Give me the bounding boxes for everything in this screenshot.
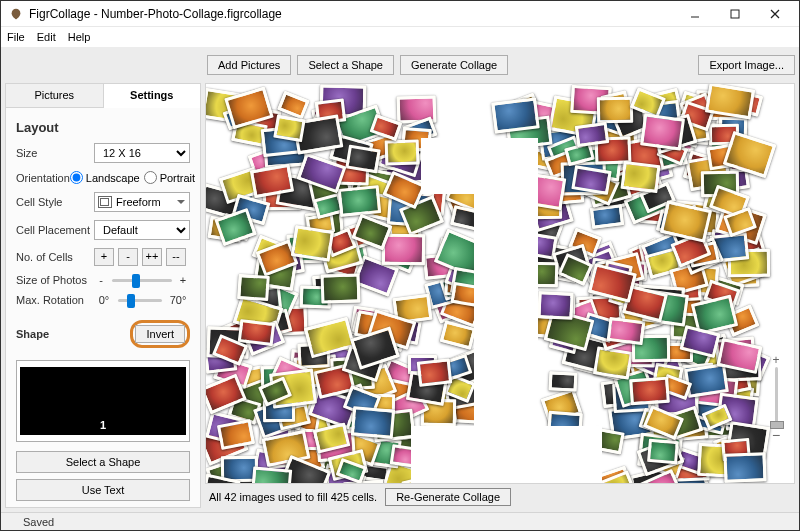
collage-tile [238, 319, 275, 346]
orientation-landscape-radio[interactable]: Landscape [70, 171, 140, 184]
use-text-button[interactable]: Use Text [16, 479, 190, 501]
max-rotation-slider[interactable] [118, 299, 162, 302]
collage-tile [640, 114, 685, 152]
orientation-label: Orientation [16, 172, 70, 184]
cell-style-select[interactable]: Freeform [94, 192, 190, 212]
export-image-button[interactable]: Export Image... [698, 55, 795, 75]
collage-tile [217, 419, 255, 450]
collage-tile [606, 317, 645, 346]
menu-edit[interactable]: Edit [37, 31, 56, 43]
size-select[interactable]: 12 X 16 [94, 143, 190, 163]
size-photos-slider[interactable] [112, 279, 172, 282]
layout-header: Layout [16, 120, 190, 135]
size-photos-min: - [94, 274, 108, 286]
select-shape-button[interactable]: Select a Shape [16, 451, 190, 473]
collage-tile [597, 96, 633, 122]
max-rotation-label: Max. Rotation [16, 294, 94, 306]
collage-tile [723, 452, 767, 483]
collage-tile [381, 234, 425, 265]
close-button[interactable] [755, 1, 795, 27]
menu-help[interactable]: Help [68, 31, 91, 43]
window-title: FigrCollage - Number-Photo-Collage.figrc… [29, 7, 675, 21]
collage-tile [416, 359, 452, 387]
generate-collage-button[interactable]: Generate Collage [400, 55, 508, 75]
menubar: File Edit Help [1, 27, 799, 47]
invert-button[interactable]: Invert [135, 325, 185, 343]
collage-tile [537, 291, 574, 320]
collage-tile [589, 204, 623, 229]
regenerate-collage-button[interactable]: Re-Generate Collage [385, 488, 511, 506]
collage-tile [273, 114, 306, 141]
invert-highlight: Invert [130, 320, 190, 348]
size-photos-max: + [176, 274, 190, 286]
left-panel: Pictures Settings Layout Size 12 X 16 Or… [5, 83, 201, 508]
zoom-minus-icon: − [772, 427, 780, 443]
cells-plus-button[interactable]: + [94, 248, 114, 266]
client-area: Add Pictures Select a Shape Generate Col… [1, 47, 799, 512]
zoom-slider[interactable]: + − [768, 353, 784, 443]
cells-minus-button[interactable]: - [118, 248, 138, 266]
minimize-button[interactable] [675, 1, 715, 27]
shape-cutout [421, 138, 495, 194]
shape-cutout [411, 426, 602, 484]
collage-tile [491, 98, 539, 134]
tab-pictures[interactable]: Pictures [6, 84, 104, 107]
shape-header: Shape [16, 328, 49, 340]
menu-file[interactable]: File [7, 31, 25, 43]
statusbar: Saved [1, 512, 799, 530]
cell-placement-select[interactable]: Default [94, 220, 190, 240]
size-photos-label: Size of Photos [16, 274, 94, 286]
max-rot-max: 70° [166, 294, 190, 306]
select-shape-button-top[interactable]: Select a Shape [297, 55, 394, 75]
maximize-button[interactable] [715, 1, 755, 27]
collage-tile [351, 406, 396, 439]
cells-minusminus-button[interactable]: -- [166, 248, 186, 266]
collage-tile [237, 274, 270, 301]
titlebar: FigrCollage - Number-Photo-Collage.figrc… [1, 1, 799, 27]
collage-tile [385, 139, 420, 165]
cell-style-label: Cell Style [16, 196, 94, 208]
collage-tile [545, 483, 582, 484]
cell-placement-label: Cell Placement [16, 224, 94, 236]
collage-tile [321, 273, 361, 303]
cells-plusplus-button[interactable]: ++ [142, 248, 162, 266]
svg-rect-1 [731, 10, 739, 18]
size-label: Size [16, 147, 94, 159]
collage-tile [629, 377, 669, 406]
freeform-icon [98, 196, 112, 208]
collage-tile [337, 185, 381, 217]
panel-tabs: Pictures Settings [6, 84, 200, 108]
canvas-area: + − All 42 images used to fill 425 cells… [205, 83, 795, 508]
svg-text:1: 1 [100, 419, 106, 431]
collage-tile [647, 439, 679, 464]
add-pictures-button[interactable]: Add Pictures [207, 55, 291, 75]
collage-tile [620, 160, 660, 192]
toolbar: Add Pictures Select a Shape Generate Col… [1, 47, 799, 79]
app-icon [9, 7, 23, 21]
collage-tile [575, 122, 609, 147]
status-saved: Saved [23, 513, 54, 531]
no-cells-label: No. of Cells [16, 251, 94, 263]
collage-canvas[interactable]: + − [205, 83, 795, 484]
orientation-portrait-radio[interactable]: Portrait [144, 171, 195, 184]
zoom-plus-icon: + [772, 353, 779, 367]
shape-preview: 1 [16, 360, 190, 442]
canvas-status-text: All 42 images used to fill 425 cells. [209, 491, 377, 503]
collage-tile [251, 466, 292, 484]
collage-tile [548, 371, 577, 391]
tab-settings[interactable]: Settings [104, 84, 201, 108]
collage-tile [571, 165, 611, 195]
collage-tile [291, 225, 335, 261]
max-rot-min: 0° [94, 294, 114, 306]
